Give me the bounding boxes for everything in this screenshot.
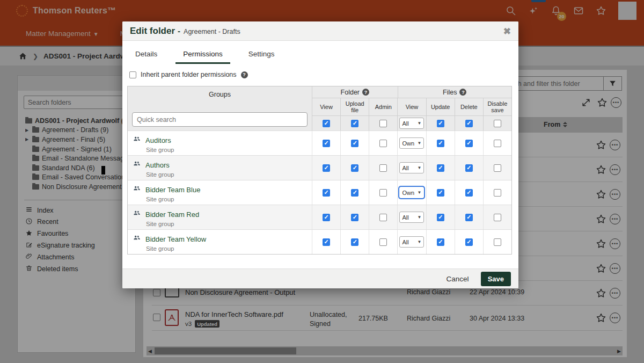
group-icon [133,184,141,195]
column-header-upload-file: Upload file [341,98,369,115]
admin-checkbox[interactable] [379,214,387,221]
delete-checkbox[interactable] [465,120,473,127]
tab-permissions[interactable]: Permissions [175,50,230,64]
chevron-down-icon: ▼ [418,165,422,170]
admin-checkbox[interactable] [379,238,387,246]
column-header-folder-view: View [312,98,341,115]
folder-view-checkbox[interactable] [323,238,330,246]
disable-save-checkbox[interactable] [494,214,501,221]
files-view-value: All [402,165,408,171]
group-icon [133,234,141,244]
tab-details[interactable]: Details [128,50,165,64]
files-view-value: All [402,214,408,221]
disable-save-checkbox[interactable] [494,164,501,172]
update-checkbox[interactable] [437,140,444,147]
folder-view-checkbox[interactable] [323,189,330,197]
upload-file-checkbox[interactable] [351,214,358,221]
column-header-update: Update [427,98,455,115]
tab-settings[interactable]: Settings [241,50,282,64]
admin-checkbox[interactable] [379,120,387,127]
disable-save-checkbox[interactable] [494,140,501,147]
edit-folder-modal: Edit folder - Agreement - Drafts ✖ Detai… [122,21,518,288]
upload-file-checkbox[interactable] [351,238,358,246]
chevron-down-icon: ▼ [418,190,422,195]
select-all-row: All▼ [312,116,511,130]
disable-save-checkbox[interactable] [494,120,501,127]
files-group-header: Files? [398,86,511,98]
help-icon[interactable]: ? [241,71,248,78]
group-type: Site group [146,245,312,252]
group-type: Site group [146,147,312,153]
permission-row: Bidder Team RedSite groupAll▼ [128,205,511,229]
group-icon [133,159,141,170]
folder-view-checkbox[interactable] [323,140,330,147]
group-type: Site group [146,221,312,227]
groups-column-header: Groups [128,91,312,98]
group-name[interactable]: Authors [145,161,170,169]
chevron-down-icon: ▼ [418,239,422,244]
files-view-value: All [402,120,408,127]
chevron-down-icon: ▼ [418,215,422,220]
group-name[interactable]: Bidder Team Blue [145,186,200,194]
files-view-value: All [402,239,408,245]
modal-footer: Cancel Save [122,268,518,288]
admin-checkbox[interactable] [379,164,387,172]
update-checkbox[interactable] [437,214,444,221]
update-checkbox[interactable] [437,238,444,246]
permission-row: Bidder Team BlueSite groupOwn▼ [128,180,511,205]
files-view-value: Own [402,140,414,147]
group-name[interactable]: Bidder Team Red [145,210,199,219]
files-view-select[interactable]: Own▼ [399,137,424,149]
delete-checkbox[interactable] [465,140,473,147]
quick-search-input[interactable] [132,112,308,127]
upload-file-checkbox[interactable] [351,164,358,172]
files-view-select[interactable]: All▼ [399,212,424,223]
upload-file-checkbox[interactable] [351,189,358,197]
delete-checkbox[interactable] [465,238,473,246]
column-header-disable-save: Disable save [484,98,511,115]
folder-view-checkbox[interactable] [323,214,330,221]
files-view-select[interactable]: All▼ [399,162,424,173]
cancel-button[interactable]: Cancel [447,275,469,283]
folder-group-header: Folder? [312,86,398,98]
group-type: Site group [146,196,312,202]
update-checkbox[interactable] [437,164,444,172]
admin-checkbox[interactable] [379,189,387,197]
group-icon [133,209,141,220]
group-icon [133,135,141,146]
modal-tabs: Details Permissions Settings [122,50,518,64]
save-button[interactable]: Save [481,272,511,286]
delete-checkbox[interactable] [465,164,473,172]
files-view-select[interactable]: All▼ [399,118,424,129]
update-checkbox[interactable] [437,189,444,197]
folder-view-checkbox[interactable] [323,164,330,172]
application-window: Thomson Reuters™ New 20 Matter Ma [0,0,644,363]
close-icon[interactable]: ✖ [503,26,511,37]
modal-header: Edit folder - Agreement - Drafts ✖ [122,21,518,41]
upload-file-checkbox[interactable] [351,120,358,127]
group-name[interactable]: Auditors [145,136,171,144]
admin-checkbox[interactable] [379,140,387,147]
help-icon[interactable]: ? [362,89,369,96]
disable-save-checkbox[interactable] [494,189,501,197]
permissions-table-header: Groups Folder? Files? View Upload [128,86,511,130]
files-view-select[interactable]: Own▼ [399,187,424,198]
files-view-value: Own [402,190,414,196]
modal-title: Edit folder [130,26,175,37]
column-header-files-view: View [398,98,426,115]
inherit-permissions-checkbox[interactable] [129,71,136,78]
help-icon[interactable]: ? [459,89,466,96]
delete-checkbox[interactable] [465,214,473,221]
disable-save-checkbox[interactable] [494,238,501,246]
group-name[interactable]: Bidder Team Yellow [145,235,206,243]
upload-file-checkbox[interactable] [351,140,358,147]
chevron-down-icon: ▼ [418,141,422,146]
files-view-select[interactable]: All▼ [399,236,424,248]
delete-checkbox[interactable] [465,189,473,197]
update-checkbox[interactable] [437,120,444,127]
chevron-down-icon: ▼ [418,121,422,126]
folder-view-checkbox[interactable] [323,120,330,127]
permission-row: AuthorsSite groupAll▼ [128,155,511,180]
modal-subtitle: Agreement - Drafts [184,28,240,35]
group-type: Site group [146,171,312,178]
